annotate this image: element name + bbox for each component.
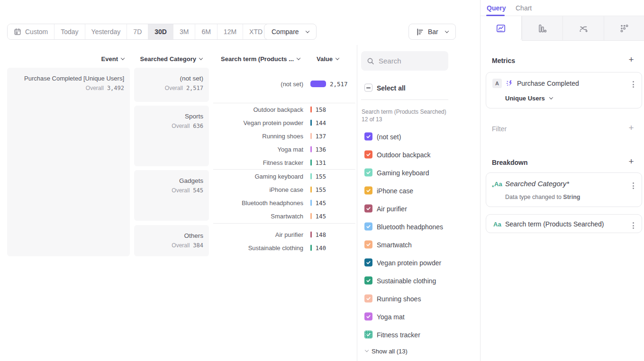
event-label: Purchase Completed [Unique Users]	[13, 74, 124, 82]
compare-button[interactable]: Compare	[264, 24, 317, 40]
counting-method-dropdown[interactable]: Unique Users	[505, 95, 553, 102]
filter-item-checkbox[interactable]: Vegan protein powder	[364, 259, 441, 267]
filter-item-checkbox[interactable]: Smartwatch	[364, 241, 412, 249]
value-number: 144	[316, 119, 327, 126]
flows-icon[interactable]	[562, 16, 604, 41]
term-label: Yoga mat	[210, 146, 303, 153]
breakdown-options-kebab-icon[interactable]	[631, 181, 635, 190]
breakdown-card-searched-category[interactable]: Aa* Searched Category* Data type changed…	[486, 172, 642, 207]
value-bar[interactable]	[310, 213, 312, 219]
filter-item-label: Outdoor backpack	[377, 151, 431, 158]
show-all-button[interactable]: Show all (13)	[365, 348, 408, 355]
date-range-custom[interactable]: Custom	[8, 24, 54, 39]
value-bar[interactable]	[310, 81, 326, 87]
date-range-yesterday[interactable]: Yesterday	[85, 24, 127, 39]
chevron-down-icon	[336, 56, 339, 60]
insights-chart-icon[interactable]	[481, 16, 522, 41]
colored-checkbox-icon	[364, 241, 372, 249]
add-metric-button[interactable]: +	[627, 56, 635, 64]
filter-item-checkbox[interactable]: Bluetooth headphones	[364, 223, 443, 231]
check-icon	[366, 188, 371, 193]
select-all-checkbox[interactable]: Select all	[364, 84, 406, 92]
value-number: 148	[316, 231, 327, 238]
column-header-search-term[interactable]: Search term (Products ...	[210, 55, 300, 63]
filter-item-checkbox[interactable]: Yoga mat	[364, 313, 405, 321]
retention-icon[interactable]	[604, 16, 644, 41]
filter-item-checkbox[interactable]: (not set)	[364, 133, 401, 141]
value-bar[interactable]	[310, 200, 312, 206]
colored-checkbox-icon	[364, 133, 372, 141]
breakdown-heading: Breakdown	[492, 159, 527, 166]
chart-type-button[interactable]: Bar	[408, 24, 456, 40]
metrics-heading: Metrics	[492, 57, 515, 64]
value-bar[interactable]	[310, 173, 312, 180]
check-icon	[366, 296, 371, 301]
filter-item-checkbox[interactable]: Fitness tracker	[364, 331, 420, 339]
breakdown-options-kebab-icon[interactable]	[631, 221, 635, 230]
chevron-down-icon	[199, 56, 203, 60]
value-bar[interactable]	[310, 245, 312, 251]
column-header-event[interactable]: Event	[47, 55, 124, 63]
date-range-7d[interactable]: 7D	[127, 24, 148, 39]
term-label: Sustainable clothing	[210, 244, 303, 252]
add-breakdown-button[interactable]: +	[627, 158, 635, 166]
segment-search-input[interactable]: Search	[361, 51, 448, 71]
date-range-6m[interactable]: 6M	[195, 24, 217, 39]
event-spark-icon	[506, 79, 514, 88]
chevron-down-icon	[121, 56, 125, 60]
colored-checkbox-icon	[364, 295, 372, 303]
colored-checkbox-icon	[364, 313, 372, 321]
filter-item-label: Sustainable clothing	[377, 277, 436, 284]
column-header-searched-category[interactable]: Searched Category	[126, 55, 202, 63]
metric-options-kebab-icon[interactable]	[631, 80, 635, 89]
filter-item-checkbox[interactable]: Running shoes	[364, 295, 421, 303]
group-separator	[213, 223, 355, 224]
value-bar[interactable]	[310, 187, 312, 193]
compare-label: Compare	[272, 28, 299, 36]
filter-item-checkbox[interactable]: iPhone case	[364, 187, 413, 195]
category-group-card: OthersOverall384	[134, 225, 209, 256]
filter-item-label: Air purifier	[377, 205, 407, 212]
breakdown-title: Search term (Products Searched)	[505, 220, 604, 228]
value-bar[interactable]	[310, 146, 312, 153]
value-bar[interactable]	[310, 133, 312, 139]
value-bar[interactable]	[310, 232, 312, 238]
funnels-icon[interactable]	[522, 16, 563, 41]
value-bar[interactable]	[310, 107, 312, 113]
value-bar[interactable]	[310, 120, 312, 126]
value-bar[interactable]	[310, 160, 312, 166]
check-icon	[366, 170, 371, 175]
value-number: 145	[316, 213, 327, 220]
chevron-down-icon	[365, 348, 369, 352]
filter-item-checkbox[interactable]: Outdoor backpack	[364, 151, 431, 159]
event-overall: Overall3,492	[13, 85, 124, 91]
filter-item-checkbox[interactable]: Sustainable clothing	[364, 277, 436, 285]
date-range-today[interactable]: Today	[54, 24, 85, 39]
colored-checkbox-icon	[364, 169, 372, 177]
column-header-value[interactable]: Value	[317, 55, 350, 63]
tab-chart[interactable]: Chart	[516, 4, 532, 12]
filter-item-checkbox[interactable]: Air purifier	[364, 205, 407, 213]
value-number: 155	[316, 173, 327, 180]
date-range-3m[interactable]: 3M	[173, 24, 195, 39]
metric-card[interactable]: A Purchase Completed Unique Users	[486, 72, 642, 108]
date-range-12m[interactable]: 12M	[218, 24, 243, 39]
filter-divider	[361, 99, 448, 100]
filter-item-checkbox[interactable]: Gaming keyboard	[364, 169, 429, 177]
filter-item-label: Gaming keyboard	[377, 169, 429, 176]
breakdown-card-search-term[interactable]: Aa Search term (Products Searched)	[486, 214, 642, 233]
date-range-30d[interactable]: 30D	[148, 24, 173, 39]
colored-checkbox-icon	[364, 205, 372, 213]
add-filter-button[interactable]: +	[627, 125, 635, 132]
term-label: iPhone case	[210, 186, 303, 193]
term-label: (not set)	[210, 81, 303, 88]
tab-query[interactable]: Query	[487, 4, 506, 12]
value-number: 145	[316, 199, 327, 207]
filter-group-label: Search term (Products Searched) 12 of 13	[362, 108, 447, 123]
check-icon	[366, 278, 371, 283]
colored-checkbox-icon	[364, 151, 372, 159]
term-label: Running shoes	[210, 133, 303, 140]
check-icon	[366, 332, 371, 337]
check-icon	[366, 260, 371, 265]
value-number: 137	[316, 133, 327, 140]
